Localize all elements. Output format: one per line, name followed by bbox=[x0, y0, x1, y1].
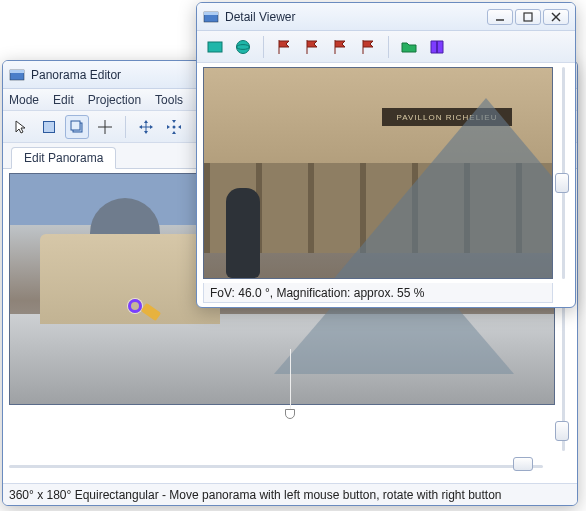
flag-3-button[interactable] bbox=[328, 35, 352, 59]
detail-vertical-slider[interactable] bbox=[555, 67, 571, 279]
horizontal-slider[interactable] bbox=[9, 455, 543, 477]
crosshair-icon bbox=[97, 119, 113, 135]
tab-edit-panorama[interactable]: Edit Panorama bbox=[11, 147, 116, 169]
vslider-thumb[interactable] bbox=[555, 421, 569, 441]
detail-title: Detail Viewer bbox=[225, 10, 487, 24]
detail-toolbar bbox=[197, 31, 575, 63]
cursor-icon bbox=[13, 119, 29, 135]
detail-statusbar: FoV: 46.0 °, Magnification: approx. 55 % bbox=[203, 283, 553, 303]
flag-icon bbox=[275, 38, 293, 56]
pyramid-shape bbox=[326, 98, 553, 279]
toolbar-separator bbox=[263, 36, 264, 58]
select-tool-button[interactable] bbox=[9, 115, 33, 139]
svg-rect-11 bbox=[204, 12, 218, 15]
flag-icon bbox=[303, 38, 321, 56]
help-button[interactable] bbox=[425, 35, 449, 59]
center-button[interactable] bbox=[162, 115, 186, 139]
rectangle-icon bbox=[206, 38, 224, 56]
editor-status-text: 360° x 180° Equirectangular - Move panor… bbox=[9, 488, 502, 502]
open-folder-button[interactable] bbox=[397, 35, 421, 59]
toolbar-separator bbox=[388, 36, 389, 58]
svg-point-17 bbox=[237, 40, 250, 53]
app-icon bbox=[203, 9, 219, 25]
move-arrows-icon bbox=[138, 119, 154, 135]
menu-edit[interactable]: Edit bbox=[53, 93, 74, 107]
menu-projection[interactable]: Projection bbox=[88, 93, 141, 107]
app-icon bbox=[9, 67, 25, 83]
flag-4-button[interactable] bbox=[356, 35, 380, 59]
close-icon bbox=[548, 9, 564, 25]
maximize-icon bbox=[520, 9, 536, 25]
detail-titlebar[interactable]: Detail Viewer bbox=[197, 3, 575, 31]
detail-canvas[interactable]: PAVILLON RICHELIEU bbox=[203, 67, 553, 279]
minimize-button[interactable] bbox=[487, 9, 513, 25]
sphere-icon bbox=[234, 38, 252, 56]
hslider-track bbox=[9, 465, 543, 468]
single-pane-button[interactable] bbox=[37, 115, 61, 139]
sphere-view-button[interactable] bbox=[231, 35, 255, 59]
svg-rect-2 bbox=[44, 121, 55, 132]
svg-point-9 bbox=[173, 125, 176, 128]
multi-pane-button[interactable] bbox=[65, 115, 89, 139]
center-arrows-icon bbox=[166, 119, 182, 135]
stacked-squares-icon bbox=[69, 119, 85, 135]
book-icon bbox=[428, 38, 446, 56]
flag-1-button[interactable] bbox=[272, 35, 296, 59]
flag-icon bbox=[359, 38, 377, 56]
flag-2-button[interactable] bbox=[300, 35, 324, 59]
control-point-ring-icon[interactable] bbox=[128, 299, 142, 313]
square-icon bbox=[41, 119, 57, 135]
editor-statusbar: 360° x 180° Equirectangular - Move panor… bbox=[3, 483, 577, 505]
menu-tools[interactable]: Tools bbox=[155, 93, 183, 107]
dome-shape bbox=[90, 198, 160, 234]
center-guide-line bbox=[290, 349, 291, 409]
crosshair-button[interactable] bbox=[93, 115, 117, 139]
move-button[interactable] bbox=[134, 115, 158, 139]
detail-viewer-window: Detail Viewer bbox=[196, 2, 576, 308]
flag-icon bbox=[331, 38, 349, 56]
close-button[interactable] bbox=[543, 9, 569, 25]
center-handle[interactable] bbox=[285, 409, 295, 419]
rect-view-button[interactable] bbox=[203, 35, 227, 59]
folder-icon bbox=[400, 38, 418, 56]
minimize-icon bbox=[492, 9, 508, 25]
svg-rect-16 bbox=[208, 42, 222, 52]
toolbar-separator bbox=[125, 116, 126, 138]
svg-rect-4 bbox=[71, 121, 80, 130]
detail-body: PAVILLON RICHELIEU FoV: 46.0 °, Magnific… bbox=[197, 63, 575, 307]
window-controls bbox=[487, 9, 569, 25]
menu-mode[interactable]: Mode bbox=[9, 93, 39, 107]
svg-rect-1 bbox=[10, 70, 24, 73]
hslider-thumb[interactable] bbox=[513, 457, 533, 471]
svg-rect-13 bbox=[524, 13, 532, 21]
detail-status-text: FoV: 46.0 °, Magnification: approx. 55 % bbox=[210, 286, 424, 300]
person-shape bbox=[226, 188, 260, 278]
maximize-button[interactable] bbox=[515, 9, 541, 25]
vslider-thumb[interactable] bbox=[555, 173, 569, 193]
